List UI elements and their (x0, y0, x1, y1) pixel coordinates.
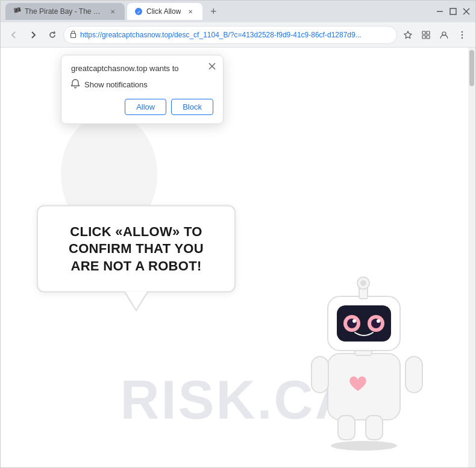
speech-bubble: CLICK «ALLOW» TO CONFIRM THAT YOU ARE NO… (37, 205, 236, 293)
svg-rect-20 (312, 357, 328, 393)
svg-point-12 (462, 31, 463, 32)
close-window-button[interactable] (462, 7, 471, 16)
svg-point-14 (462, 37, 463, 38)
svg-rect-7 (422, 31, 425, 34)
tab-close-clickallow[interactable]: ✕ (186, 7, 195, 16)
back-button[interactable] (5, 27, 22, 43)
popup-permission-row: Show notifications (71, 79, 213, 90)
url-text: https://greatcaptchasnow.top/desc_cf_110… (80, 31, 390, 39)
svg-point-18 (331, 441, 397, 451)
svg-rect-22 (338, 416, 355, 440)
browser-window: 🏴 The Pirate Bay - The galaxy's mo... ✕ … (0, 0, 476, 468)
tab-close-piratebay[interactable]: ✕ (108, 7, 117, 16)
scrollbar-thumb[interactable] (469, 50, 474, 86)
allow-button[interactable]: Allow (125, 99, 166, 115)
tab-label-clickallow: Click Allow (146, 7, 181, 16)
popup-title: greatcaptchasnow.top wants to (71, 64, 213, 73)
speech-bubble-container: CLICK «ALLOW» TO CONFIRM THAT YOU ARE NO… (37, 205, 236, 293)
svg-rect-8 (427, 31, 430, 34)
notification-popup: greatcaptchasnow.top wants to Show notif… (61, 55, 224, 124)
captcha-message: CLICK «ALLOW» TO CONFIRM THAT YOU ARE NO… (56, 223, 216, 275)
svg-point-13 (462, 34, 463, 35)
svg-rect-21 (406, 357, 422, 393)
address-bar: https://greatcaptchasnow.top/desc_cf_110… (1, 22, 475, 48)
svg-point-35 (360, 280, 366, 286)
block-button[interactable]: Block (171, 99, 213, 115)
svg-rect-6 (71, 34, 76, 38)
svg-point-32 (377, 319, 380, 323)
svg-rect-19 (328, 354, 400, 420)
tab-favicon-clickallow: ✓ (134, 7, 143, 16)
page-content: RISK.CA CLICK «ALLOW» TO CONFIRM THAT YO… (1, 48, 475, 467)
refresh-button[interactable] (44, 27, 61, 43)
bell-icon (71, 79, 80, 90)
popup-close-button[interactable] (206, 60, 218, 72)
lock-icon (70, 30, 77, 39)
svg-rect-3 (450, 8, 456, 14)
menu-button[interactable] (454, 27, 471, 43)
minimize-button[interactable] (436, 7, 444, 16)
svg-rect-9 (422, 36, 425, 39)
bookmark-star-button[interactable] (399, 27, 416, 43)
toolbar-icons (399, 27, 471, 43)
title-bar-controls (436, 7, 471, 16)
scrollbar[interactable] (468, 48, 475, 467)
forward-button[interactable] (25, 27, 42, 43)
extension-button[interactable] (418, 27, 434, 43)
profile-button[interactable] (436, 27, 453, 43)
tab-favicon-piratebay: 🏴 (13, 7, 21, 16)
url-bar[interactable]: https://greatcaptchasnow.top/desc_cf_110… (63, 26, 397, 44)
popup-permission-text: Show notifications (84, 80, 148, 89)
title-bar: 🏴 The Pirate Bay - The galaxy's mo... ✕ … (1, 1, 475, 22)
tab-label-piratebay: The Pirate Bay - The galaxy's mo... (25, 7, 103, 16)
maximize-button[interactable] (449, 7, 457, 16)
svg-rect-10 (427, 36, 430, 39)
svg-rect-23 (366, 416, 383, 440)
tab-piratebay[interactable]: 🏴 The Pirate Bay - The galaxy's mo... ✕ (5, 3, 125, 20)
svg-point-31 (352, 319, 356, 323)
popup-buttons: Allow Block (71, 99, 213, 115)
new-tab-button[interactable]: + (205, 3, 222, 20)
svg-text:✓: ✓ (137, 10, 141, 15)
robot-illustration (295, 260, 439, 455)
svg-rect-16 (85, 132, 133, 174)
tab-clickallow[interactable]: ✓ Click Allow ✕ (127, 3, 202, 20)
